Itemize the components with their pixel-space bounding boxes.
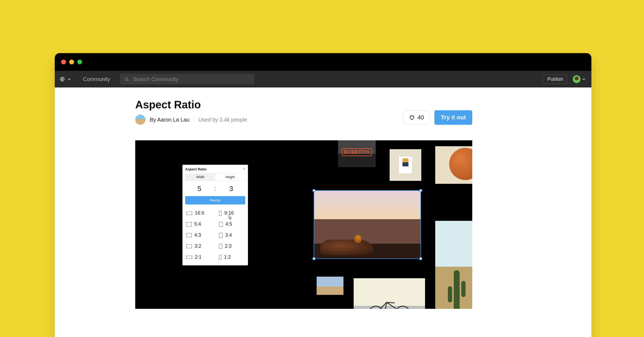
ratio-height-field[interactable]: 3 (217, 185, 245, 193)
preset-label: 4:3 (194, 232, 201, 238)
ratio-shape-icon (219, 255, 221, 260)
preview-canvas: BURRITOS (135, 140, 472, 309)
thumb-image (317, 277, 343, 295)
preset-3-4[interactable]: 3:4 (215, 230, 248, 241)
author-avatar[interactable] (135, 115, 145, 125)
ratio-shape-icon (186, 222, 192, 226)
by-prefix: By (150, 117, 157, 123)
resize-handle-top-left[interactable] (313, 189, 315, 192)
preset-5-4[interactable]: 5:4 (182, 219, 215, 230)
seg-height[interactable]: Height (215, 174, 245, 181)
preset-label: 3:4 (225, 232, 232, 238)
preset-4-5[interactable]: 4:5 (215, 219, 248, 230)
try-it-out-button[interactable]: Try it out (434, 110, 472, 125)
browser-window: Community Publish Aspect Ratio (55, 53, 591, 337)
panel-title: Aspect Ratio (185, 167, 206, 171)
thumb-image (435, 146, 472, 184)
author-name: Aaron La Lau (157, 117, 189, 123)
window-titlebar (55, 53, 591, 71)
search-input-container[interactable] (120, 74, 254, 85)
like-button[interactable]: 40 (403, 111, 430, 124)
preset-label: 5:4 (194, 221, 201, 227)
thumb-image (354, 278, 425, 309)
ratio-shape-icon (186, 256, 192, 259)
ratio-shape-icon (186, 212, 192, 215)
resize-handle-top-right[interactable] (419, 189, 422, 192)
preset-label: 1:2 (224, 254, 231, 260)
divider (194, 117, 194, 123)
thumb-image (390, 149, 421, 181)
cursor-pointer-icon (228, 215, 233, 220)
search-input[interactable] (133, 76, 250, 82)
ratio-shape-icon (219, 222, 223, 227)
globe-icon (60, 76, 65, 82)
ratio-shape-icon (219, 211, 222, 216)
ratio-shape-icon (186, 244, 192, 248)
selected-frame[interactable] (314, 190, 421, 259)
preset-4-3[interactable]: 4:3 (182, 230, 215, 241)
heart-icon (409, 115, 415, 120)
preset-label: 2:1 (195, 254, 202, 260)
minimize-window-icon[interactable] (69, 60, 74, 64)
resize-handle-bottom-left[interactable] (313, 257, 315, 260)
seg-width[interactable]: Width (185, 174, 215, 181)
neon-sign-text: BURRITOS (342, 148, 372, 156)
page-content: Aspect Ratio By Aaron La Lau Used by 3.4… (55, 87, 591, 337)
close-icon[interactable]: × (243, 167, 245, 171)
aspect-ratio-panel: Aspect Ratio × Width Height 5 : 3 Resize… (182, 165, 248, 265)
preset-label: 16:9 (195, 210, 204, 216)
preset-2-1[interactable]: 2:1 (182, 252, 215, 263)
ratio-shape-icon (219, 233, 222, 238)
svg-point-3 (396, 306, 410, 309)
publish-button[interactable]: Publish (543, 75, 568, 84)
avatar (573, 75, 581, 83)
thumb-image: BURRITOS (338, 140, 376, 167)
ratio-shape-icon (186, 233, 192, 237)
thumb-image (435, 221, 472, 309)
account-menu[interactable] (573, 75, 586, 83)
toolbar-workspace-switcher[interactable] (55, 71, 76, 87)
chevron-down-icon (68, 78, 71, 81)
svg-point-1 (125, 78, 128, 80)
like-count: 40 (418, 114, 424, 121)
app-toolbar: Community Publish (55, 71, 591, 87)
ratio-shape-icon (219, 244, 222, 249)
close-window-icon[interactable] (61, 60, 66, 64)
resize-button[interactable]: Resize (185, 196, 245, 204)
preset-label: 2:3 (225, 243, 232, 249)
search-icon (125, 77, 129, 82)
ratio-separator: : (213, 186, 217, 192)
preset-label: 4:5 (225, 221, 232, 227)
ratio-width-field[interactable]: 5 (185, 185, 213, 193)
tab-community[interactable]: Community (76, 76, 117, 82)
usage-count: Used by 3.4k people (198, 117, 247, 123)
preset-1-2[interactable]: 1:2 (215, 252, 248, 263)
maximize-window-icon[interactable] (77, 60, 82, 64)
preset-2-3[interactable]: 2:3 (215, 241, 248, 252)
preset-16-9[interactable]: 16:9 (182, 208, 215, 219)
page-title: Aspect Ratio (135, 99, 247, 111)
author-byline[interactable]: By Aaron La Lau (150, 117, 189, 123)
chevron-down-icon (582, 78, 586, 81)
resize-handle-bottom-right[interactable] (419, 257, 422, 260)
preset-3-2[interactable]: 3:2 (182, 241, 215, 252)
preset-label: 3:2 (195, 243, 201, 249)
dimension-segmented-control[interactable]: Width Height (185, 173, 245, 181)
